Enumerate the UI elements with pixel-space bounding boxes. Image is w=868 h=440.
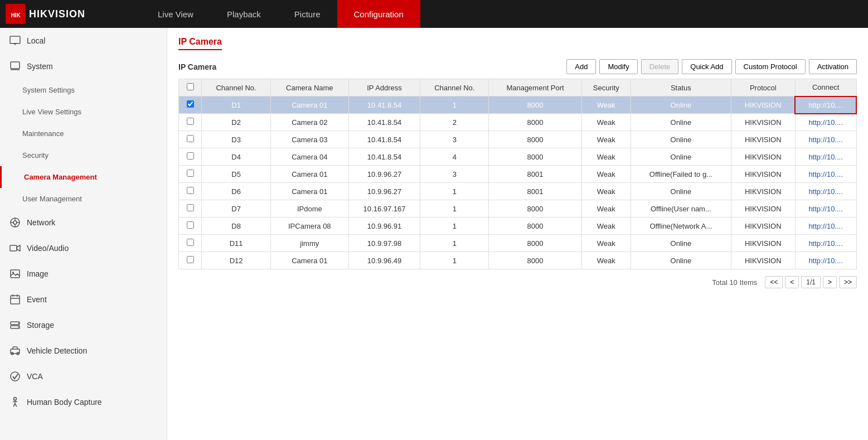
sidebar-item-network[interactable]: Network — [0, 210, 167, 235]
connect-link[interactable]: http://10.... — [808, 257, 842, 265]
row-checkbox[interactable] — [179, 131, 202, 148]
table-cell: 10.41.8.54 — [348, 148, 420, 166]
sidebar-item-vca[interactable]: VCA — [0, 364, 167, 389]
col-header-connect: Connect — [795, 79, 856, 96]
sidebar-item-label-maintenance: Maintenance — [22, 129, 64, 138]
sidebar-item-camera-management[interactable]: Camera Management — [0, 166, 167, 188]
sidebar-item-security[interactable]: Security — [0, 144, 167, 166]
pagination-first[interactable]: << — [765, 276, 783, 288]
sidebar-item-live-view-settings[interactable]: Live View Settings — [0, 101, 167, 123]
sidebar-item-system-settings[interactable]: System Settings — [0, 79, 167, 101]
network-icon — [9, 216, 21, 229]
row-checkbox[interactable] — [179, 235, 202, 252]
row-select-checkbox[interactable] — [187, 221, 194, 229]
sidebar-item-storage[interactable]: Storage — [0, 312, 167, 338]
pagination-next[interactable]: > — [823, 276, 837, 288]
table-cell: 8000 — [489, 252, 581, 269]
svg-line-33 — [15, 404, 17, 407]
table-row[interactable]: D5Camera 0110.9.96.2738001WeakOffline(Fa… — [179, 166, 857, 183]
row-checkbox[interactable] — [179, 252, 202, 269]
sidebar-item-maintenance[interactable]: Maintenance — [0, 123, 167, 144]
connect-link[interactable]: http://10.... — [808, 222, 842, 230]
row-select-checkbox[interactable] — [187, 170, 194, 177]
sidebar-item-label-image: Image — [27, 269, 49, 278]
row-select-checkbox[interactable] — [187, 118, 194, 125]
table-cell: D5 — [202, 166, 270, 183]
table-cell: http://10.... — [795, 114, 856, 131]
sidebar-item-label-system: System — [27, 62, 53, 71]
table-cell: HIKVISION — [731, 166, 795, 183]
table-cell: 8000 — [489, 200, 581, 217]
pagination-prev[interactable]: < — [785, 276, 799, 288]
row-select-checkbox[interactable] — [187, 100, 194, 108]
toolbar-label: IP Camera — [178, 62, 216, 71]
table-row[interactable]: D11jimmy10.9.97.9818000WeakOnlineHIKVISI… — [179, 235, 857, 252]
table-cell: Weak — [581, 96, 631, 114]
table-cell: Offline(Network A... — [631, 217, 731, 235]
quick-add-button[interactable]: Quick Add — [682, 59, 731, 74]
table-cell: HIKVISION — [731, 217, 795, 235]
pagination-last[interactable]: >> — [839, 276, 857, 288]
svg-point-23 — [18, 323, 19, 324]
row-checkbox[interactable] — [179, 148, 202, 166]
table-cell: Weak — [581, 217, 631, 235]
row-checkbox[interactable] — [179, 114, 202, 131]
row-select-checkbox[interactable] — [187, 135, 194, 142]
connect-link[interactable]: http://10.... — [808, 239, 842, 248]
row-checkbox[interactable] — [179, 166, 202, 183]
nav-item-picture[interactable]: Picture — [278, 0, 337, 28]
activation-button[interactable]: Activation — [809, 59, 857, 74]
sidebar-item-vehicle-detection[interactable]: Vehicle Detection — [0, 338, 167, 364]
table-cell: HIKVISION — [731, 235, 795, 252]
nav-item-playback[interactable]: Playback — [210, 0, 278, 28]
connect-link[interactable]: http://10.... — [808, 101, 842, 109]
delete-button[interactable]: Delete — [641, 59, 679, 74]
table-row[interactable]: D1Camera 0110.41.8.5418000WeakOnlineHIKV… — [179, 96, 857, 114]
sidebar-item-user-management[interactable]: User Management — [0, 188, 167, 210]
add-button[interactable]: Add — [566, 59, 596, 74]
table-cell: Weak — [581, 166, 631, 183]
select-all-checkbox[interactable] — [187, 83, 194, 90]
row-select-checkbox[interactable] — [187, 204, 194, 211]
sidebar-item-label-user-management: User Management — [22, 195, 82, 203]
row-checkbox[interactable] — [179, 200, 202, 217]
connect-link[interactable]: http://10.... — [808, 205, 842, 213]
table-row[interactable]: D6Camera 0110.9.96.2718001WeakOnlineHIKV… — [179, 183, 857, 200]
sidebar-item-local[interactable]: Local — [0, 28, 167, 54]
connect-link[interactable]: http://10.... — [808, 153, 842, 161]
table-cell: Online — [631, 183, 731, 200]
custom-protocol-button[interactable]: Custom Protocol — [735, 59, 806, 74]
table-row[interactable]: D4Camera 0410.41.8.5448000WeakOnlineHIKV… — [179, 148, 857, 166]
connect-link[interactable]: http://10.... — [808, 118, 842, 127]
storage-icon — [9, 319, 21, 331]
nav-item-configuration[interactable]: Configuration — [337, 0, 420, 28]
row-checkbox[interactable] — [179, 217, 202, 235]
row-select-checkbox[interactable] — [187, 256, 194, 263]
connect-link[interactable]: http://10.... — [808, 136, 842, 144]
table-row[interactable]: D2Camera 0210.41.8.5428000WeakOnlineHIKV… — [179, 114, 857, 131]
row-checkbox[interactable] — [179, 183, 202, 200]
event-icon — [9, 293, 21, 306]
table-row[interactable]: D3Camera 0310.41.8.5438000WeakOnlineHIKV… — [179, 131, 857, 148]
header-row: Channel No.Camera NameIP AddressChannel … — [179, 79, 857, 96]
sidebar-item-system[interactable]: System — [0, 54, 167, 79]
table-cell: http://10.... — [795, 252, 856, 269]
row-select-checkbox[interactable] — [187, 239, 194, 246]
sidebar-item-video-audio[interactable]: Video/Audio — [0, 235, 167, 261]
table-row[interactable]: D8IPCamera 0810.9.96.9118000WeakOffline(… — [179, 217, 857, 235]
nav-item-live-view[interactable]: Live View — [141, 0, 210, 28]
sidebar-item-image[interactable]: Image — [0, 261, 167, 287]
row-select-checkbox[interactable] — [187, 187, 194, 194]
connect-link[interactable]: http://10.... — [808, 187, 842, 196]
svg-rect-13 — [10, 245, 17, 251]
row-checkbox[interactable] — [179, 96, 202, 114]
table-row[interactable]: D7IPdome10.16.97.16718000WeakOffline(Use… — [179, 200, 857, 217]
table-cell: Camera 01 — [270, 183, 348, 200]
row-select-checkbox[interactable] — [187, 152, 194, 159]
modify-button[interactable]: Modify — [599, 59, 637, 74]
logo-text: HIKVISION — [29, 8, 85, 20]
sidebar-item-human-body-capture[interactable]: Human Body Capture — [0, 389, 167, 415]
connect-link[interactable]: http://10.... — [808, 170, 842, 178]
table-row[interactable]: D12Camera 0110.9.96.4918000WeakOnlineHIK… — [179, 252, 857, 269]
sidebar-item-event[interactable]: Event — [0, 287, 167, 312]
